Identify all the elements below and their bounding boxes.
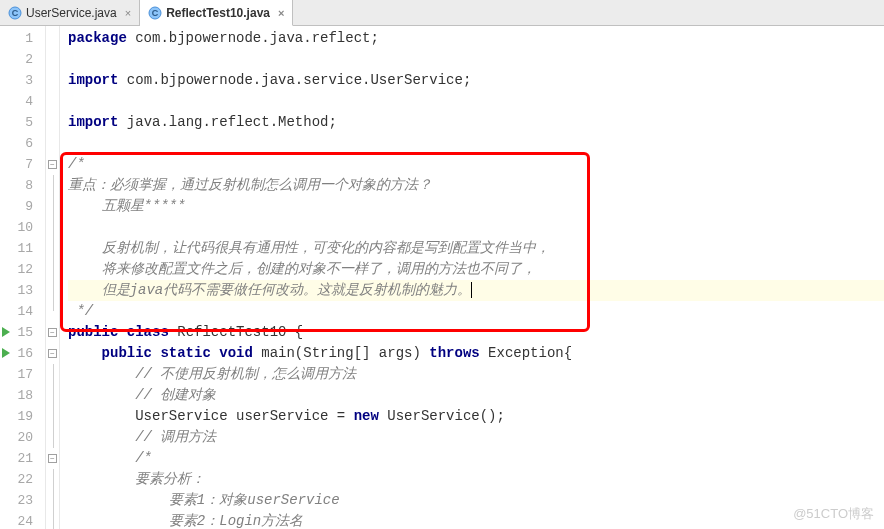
line-number: 15 <box>0 322 45 343</box>
line-number: 23 <box>0 490 45 511</box>
code-line: 要素分析： <box>68 469 884 490</box>
line-number: 20 <box>0 427 45 448</box>
line-number: 3 <box>0 70 45 91</box>
code-line <box>68 49 884 70</box>
code-line <box>68 217 884 238</box>
fold-toggle-icon[interactable]: − <box>48 454 57 463</box>
code-line: public class ReflectTest10 { <box>68 322 884 343</box>
class-icon: C <box>8 6 22 20</box>
line-number: 17 <box>0 364 45 385</box>
code-line: // 不使用反射机制，怎么调用方法 <box>68 364 884 385</box>
code-line: import com.bjpowernode.java.service.User… <box>68 70 884 91</box>
code-line: */ <box>68 301 884 322</box>
fold-toggle-icon[interactable]: − <box>48 160 57 169</box>
code-line <box>68 91 884 112</box>
run-icon[interactable] <box>2 327 10 337</box>
tab-userservice[interactable]: C UserService.java × <box>0 0 140 25</box>
line-number: 16 <box>0 343 45 364</box>
svg-text:C: C <box>152 8 159 18</box>
code-line: package com.bjpowernode.java.reflect; <box>68 28 884 49</box>
code-line: 要素1：对象userService <box>68 490 884 511</box>
run-icon[interactable] <box>2 348 10 358</box>
code-line: 要素2：Login方法名 <box>68 511 884 529</box>
line-number: 22 <box>0 469 45 490</box>
code-line: public static void main(String[] args) t… <box>68 343 884 364</box>
editor-tabs: C UserService.java × C ReflectTest10.jav… <box>0 0 884 26</box>
line-number-gutter: 1 2 3 4 5 6 7 8 9 10 11 12 13 14 15 16 1… <box>0 26 46 529</box>
fold-toggle-icon[interactable]: − <box>48 349 57 358</box>
line-number: 24 <box>0 511 45 529</box>
tab-label: UserService.java <box>26 6 117 20</box>
code-line: 但是java代码不需要做任何改动。这就是反射机制的魅力。 <box>68 280 884 301</box>
svg-text:C: C <box>12 8 19 18</box>
line-number: 18 <box>0 385 45 406</box>
close-icon[interactable]: × <box>278 7 284 19</box>
class-icon: C <box>148 6 162 20</box>
text-cursor <box>471 282 472 298</box>
line-number: 1 <box>0 28 45 49</box>
line-number: 9 <box>0 196 45 217</box>
line-number: 12 <box>0 259 45 280</box>
line-number: 7 <box>0 154 45 175</box>
code-line: /* <box>68 154 884 175</box>
line-number: 19 <box>0 406 45 427</box>
code-line: // 创建对象 <box>68 385 884 406</box>
code-line: /* <box>68 448 884 469</box>
editor-area: 1 2 3 4 5 6 7 8 9 10 11 12 13 14 15 16 1… <box>0 26 884 529</box>
fold-toggle-icon[interactable]: − <box>48 328 57 337</box>
line-number: 11 <box>0 238 45 259</box>
code-line: // 调用方法 <box>68 427 884 448</box>
line-number: 2 <box>0 49 45 70</box>
code-line: 重点：必须掌握，通过反射机制怎么调用一个对象的方法？ <box>68 175 884 196</box>
code-line <box>68 133 884 154</box>
code-line: UserService userService = new UserServic… <box>68 406 884 427</box>
line-number: 8 <box>0 175 45 196</box>
fold-column: − − − − <box>46 26 60 529</box>
line-number: 4 <box>0 91 45 112</box>
code-line: 将来修改配置文件之后，创建的对象不一样了，调用的方法也不同了， <box>68 259 884 280</box>
code-line: 五颗星***** <box>68 196 884 217</box>
code-line: 反射机制，让代码很具有通用性，可变化的内容都是写到配置文件当中， <box>68 238 884 259</box>
line-number: 5 <box>0 112 45 133</box>
line-number: 21 <box>0 448 45 469</box>
tab-label: ReflectTest10.java <box>166 6 270 20</box>
code-line: import java.lang.reflect.Method; <box>68 112 884 133</box>
line-number: 10 <box>0 217 45 238</box>
line-number: 14 <box>0 301 45 322</box>
code-area[interactable]: package com.bjpowernode.java.reflect; im… <box>60 26 884 529</box>
tab-reflecttest10[interactable]: C ReflectTest10.java × <box>140 0 293 26</box>
close-icon[interactable]: × <box>125 7 131 19</box>
line-number: 13 <box>0 280 45 301</box>
line-number: 6 <box>0 133 45 154</box>
